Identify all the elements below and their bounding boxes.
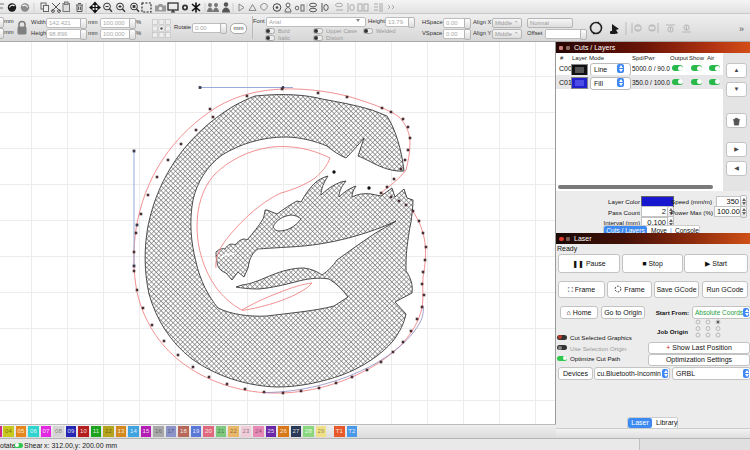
svg-text:»: » <box>739 24 744 34</box>
